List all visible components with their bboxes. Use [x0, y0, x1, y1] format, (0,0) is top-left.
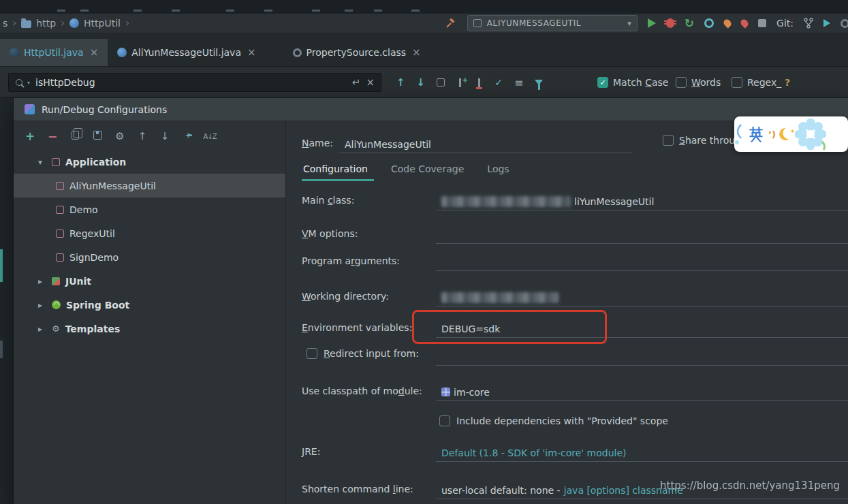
add-configuration-button[interactable]: +	[23, 129, 37, 143]
previous-occurrence-icon[interactable]: ↑	[396, 76, 405, 89]
save-configuration-icon[interactable]	[91, 130, 104, 142]
tree-item-signdemo[interactable]: SignDemo	[14, 245, 285, 269]
run-configuration-select[interactable]: ALIYUNMESSAGEUTIL ▾	[467, 15, 638, 31]
push-icon[interactable]	[823, 19, 830, 27]
search-input[interactable]: ▾ isHttpDebug ↵ ×	[8, 73, 381, 92]
tree-label: JUnit	[65, 276, 91, 287]
search-results-icon[interactable]: ≡	[514, 76, 523, 89]
shorten-command-line-label: Shorten command line:	[302, 484, 413, 494]
match-case-option[interactable]: ✓ Match Case	[597, 73, 668, 92]
tab-httputil[interactable]: HttpUtil.java ×	[0, 39, 108, 66]
find-window-icon[interactable]	[437, 78, 445, 86]
tree-item-aliyunmessageutil[interactable]: AliYunMessageUtil	[14, 174, 285, 198]
dialog-title-bar[interactable]: Run/Debug Configurations	[14, 98, 848, 121]
coverage-icon[interactable]	[704, 18, 714, 28]
sort-configurations-icon[interactable]: A↓Z	[203, 133, 217, 140]
tree-item-regexutil[interactable]: RegexUtil	[14, 221, 285, 245]
search-query: isHttpDebug	[35, 77, 347, 88]
tree-item-demo[interactable]: Demo	[14, 198, 285, 221]
select-all-occurrences-icon[interactable]: ✓	[494, 77, 503, 88]
redirect-input-field[interactable]	[436, 348, 848, 366]
profiler2-icon[interactable]	[739, 18, 750, 29]
chevron-down-icon[interactable]: ▾	[38, 157, 46, 167]
tree-group-spring-boot[interactable]: ▸ Spring Boot	[14, 293, 285, 317]
move-up-icon[interactable]: ↑	[136, 130, 149, 142]
tab-configuration[interactable]: Configuration	[303, 163, 368, 174]
classpath-module-field[interactable]: im-core	[436, 383, 848, 401]
share-option[interactable]: Share throu	[663, 135, 735, 146]
words-option[interactable]: Words	[676, 73, 721, 92]
run-button[interactable]	[648, 18, 656, 28]
breadcrumb-separator: ›	[12, 17, 16, 29]
tool-window-stripe[interactable]	[0, 341, 3, 358]
working-directory-label: Working directory:	[302, 291, 389, 302]
tab-logs[interactable]: Logs	[487, 163, 509, 174]
main-class-field[interactable]: liYunMessageUtil	[436, 193, 848, 210]
tree-label: Application	[65, 157, 126, 168]
configurations-tree-panel: + − ⚙ ↑ ↓ A↓Z ▾ Application	[14, 121, 286, 504]
add-occurrence-icon[interactable]	[459, 78, 461, 87]
working-directory-field[interactable]	[436, 289, 848, 306]
ime-decoration-marks: ’)	[768, 129, 776, 140]
tab-propertysource[interactable]: PropertySource.class ×	[283, 39, 430, 66]
copy-configuration-icon[interactable]	[68, 130, 82, 142]
tree-group-application[interactable]: ▾ Application	[14, 150, 285, 174]
search-history-chevron-icon[interactable]: ▾	[27, 80, 30, 86]
junit-icon	[52, 277, 60, 285]
chevron-right-icon[interactable]: ▸	[38, 324, 46, 334]
program-arguments-field[interactable]	[436, 253, 848, 271]
tree-label: RegexUtil	[69, 228, 115, 239]
breadcrumb-separator: ›	[61, 17, 65, 29]
tree-group-junit[interactable]: ▸ JUnit	[14, 269, 285, 293]
application-icon	[56, 206, 64, 214]
tab-aliyunmessageutil[interactable]: AliYunMessageUtil.java ×	[108, 39, 265, 66]
clear-search-icon[interactable]: ×	[366, 76, 375, 89]
close-icon[interactable]: ×	[412, 46, 421, 59]
vm-options-field[interactable]	[436, 226, 848, 244]
decompiled-class-icon	[293, 48, 302, 57]
edit-defaults-gear-icon[interactable]: ⚙	[113, 130, 127, 142]
redacted-path	[441, 292, 559, 303]
help-icon[interactable]: ?	[785, 73, 790, 92]
debug-button[interactable]	[666, 18, 674, 28]
move-down-icon[interactable]: ↓	[158, 130, 172, 142]
breadcrumb-item-root[interactable]: s	[3, 18, 7, 29]
profiler-icon[interactable]	[722, 18, 733, 29]
remove-occurrence-icon[interactable]	[478, 78, 480, 87]
words-label: Words	[691, 77, 721, 88]
tab-label: AliYunMessageUtil.java	[131, 47, 241, 58]
ime-status-overlay: 英 ’)	[734, 116, 848, 152]
program-arguments-label: Program arguments:	[302, 255, 400, 266]
provided-scope-option[interactable]: Include dependencies with "Provided" sco…	[439, 415, 668, 426]
tree-label: AliYunMessageUtil	[69, 180, 156, 191]
tab-code-coverage[interactable]: Code Coverage	[391, 163, 464, 174]
words-checkbox	[676, 77, 687, 88]
breadcrumb-item-class[interactable]: HttpUtil	[84, 18, 121, 29]
enter-icon: ↵	[352, 76, 361, 89]
regex-option[interactable]: Regex_	[732, 73, 781, 92]
next-occurrence-icon[interactable]: ↓	[417, 76, 426, 89]
rerun-icon[interactable]: ↻	[685, 16, 694, 30]
breadcrumb-item-package[interactable]: http	[36, 18, 56, 29]
classpath-module-label: Use classpath of module:	[302, 385, 422, 396]
editor-tab-bar: HttpUtil.java × AliYunMessageUtil.java ×…	[0, 33, 848, 67]
menu-bar-clipped	[0, 0, 848, 14]
provided-scope-label: Include dependencies with "Provided" sco…	[456, 415, 668, 426]
filter-icon[interactable]	[535, 80, 543, 85]
breadcrumb-separator: ›	[125, 17, 129, 29]
git-branch-icon[interactable]	[804, 18, 813, 29]
classpath-module-value: im-core	[454, 387, 490, 398]
tree-label: Templates	[65, 324, 121, 334]
chevron-right-icon[interactable]: ▸	[38, 277, 46, 286]
close-icon[interactable]: ×	[90, 46, 99, 59]
close-icon[interactable]: ×	[247, 46, 256, 59]
chevron-right-icon[interactable]: ▸	[38, 300, 46, 310]
remove-configuration-button[interactable]: −	[46, 129, 59, 143]
application-icon	[56, 230, 64, 238]
build-hammer-icon[interactable]	[445, 18, 457, 29]
name-field[interactable]: AliYunMessageUtil	[339, 136, 632, 153]
jre-field[interactable]: Default (1.8 - SDK of 'im-core' module)	[436, 444, 848, 462]
tool-window-stripe-active[interactable]	[0, 249, 3, 282]
tree-group-templates[interactable]: ▸ ⚙ Templates	[14, 317, 285, 341]
application-icon	[52, 158, 60, 166]
